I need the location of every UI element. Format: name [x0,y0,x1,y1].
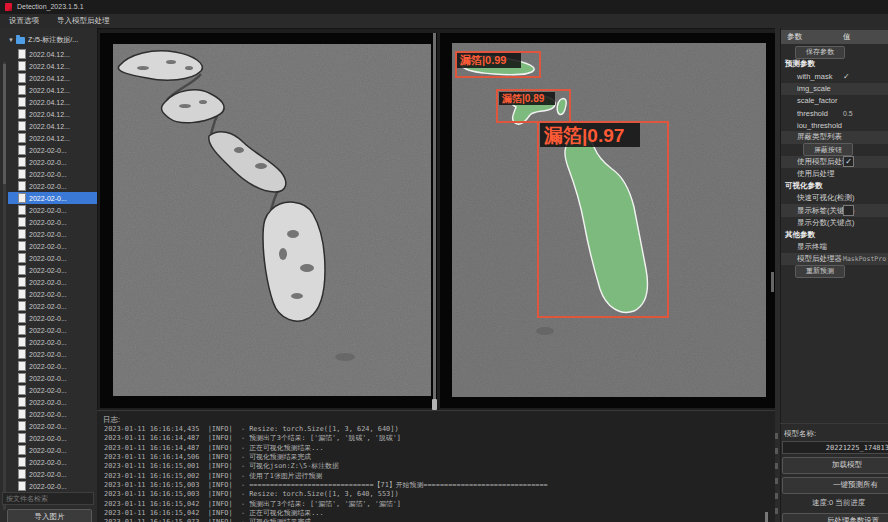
param-label[interactable]: 模型后处理器 [781,254,842,264]
param-label[interactable]: 可视化参数 [781,181,823,191]
file-icon [18,337,26,347]
tree-file-item[interactable]: 2022-02-0... [8,396,97,408]
viewer-scrollbar-thumb[interactable] [432,399,437,410]
tree-file-item[interactable]: 2022-02-0... [8,204,97,216]
menu-item[interactable]: 设置选项 [0,14,48,28]
tree-file-item[interactable]: 2022-02-0... [8,468,97,480]
params-scrollbar-thumb[interactable] [771,272,774,292]
tree-file-item[interactable]: 2022-02-0... [8,432,97,444]
tree-file-item[interactable]: 2022-02-0... [8,372,97,384]
param-label[interactable]: 预测参数 [781,59,815,69]
tree-file-item[interactable]: 2022-02-0... [8,360,97,372]
tree-file-item[interactable]: 2022.04.12... [8,60,97,72]
param-row[interactable]: 使用模型后处理 [781,156,888,168]
tree-file-item[interactable]: 2022-02-0... [8,252,97,264]
param-row[interactable]: 可视化参数 [781,180,888,192]
tree-file-item[interactable]: 2022-02-0... [8,408,97,420]
tree-file-item[interactable]: 2022-02-0... [8,300,97,312]
tree-file-item[interactable]: 2022-02-0... [8,312,97,324]
param-label[interactable]: img_scale [781,84,831,93]
param-value[interactable]: MaskPostPro [843,255,886,263]
tree-item-label: 2022-02-0... [29,159,67,166]
param-label[interactable]: 使用模型后处理 [781,157,850,167]
tree-file-item[interactable]: 2022-02-0... [8,216,97,228]
param-label[interactable]: 显示终端 [781,242,827,252]
param-label[interactable]: 保存参数 [795,46,845,59]
param-label[interactable]: 重新预测 [795,265,845,278]
param-row[interactable]: with_mask ✓ [781,70,888,82]
param-row[interactable]: 模型后处理器 MaskPostPro [781,253,888,265]
log-line: 2023-01-11 16:16:15,001 |INFO| - 可视化json… [104,462,548,471]
param-value[interactable] [843,156,854,167]
param-row[interactable]: 其他参数 [781,229,888,241]
param-row[interactable]: 显示分数(关键点) [781,217,888,229]
log-line: 2023-01-11 16:16:15,073 |INFO| - 可视化预测结果… [104,518,548,522]
viewer-splitter[interactable] [433,33,436,408]
param-row[interactable]: 保存参数 [781,46,888,58]
tree-file-item[interactable]: 2022-02-0... [8,192,97,204]
param-label[interactable]: 屏蔽类型列表 [781,132,842,142]
tree-file-item[interactable]: 2022-02-0... [8,384,97,396]
tree-root-item[interactable]: ▼ Z:/5-标注数据/... [8,34,78,46]
tree-file-item[interactable]: 2022-02-0... [8,336,97,348]
load-model-button[interactable]: 加载模型 [782,457,888,474]
tree-file-item[interactable]: 2022-02-0... [8,348,97,360]
tree-file-item[interactable]: 2022-02-0... [8,168,97,180]
param-row[interactable]: threshold 0.5 [781,107,888,119]
param-row[interactable]: img_scale [781,83,888,95]
tree-file-item[interactable]: 2022-02-0... [8,480,97,492]
model-name-field[interactable]: 20221225_174813 [782,441,888,454]
tree-file-item[interactable]: 2022-02-0... [8,276,97,288]
param-row[interactable]: 屏蔽类型列表 [781,131,888,143]
tree-file-item[interactable]: 2022-02-0... [8,144,97,156]
tree-file-item[interactable]: 2022.04.12... [8,48,97,60]
log-scrollbar-thumb[interactable] [765,512,768,522]
param-label[interactable]: 快速可视化(检测) [781,193,855,203]
tree-file-item[interactable]: 2022-02-0... [8,444,97,456]
tree-file-item[interactable]: 2022.04.12... [8,72,97,84]
tree-file-item[interactable]: 2022-02-0... [8,288,97,300]
param-label[interactable]: iou_threshold [781,121,842,130]
param-label[interactable]: with_mask [781,72,832,81]
param-value[interactable] [843,205,854,216]
param-value[interactable]: ✓ [843,72,850,81]
tree-file-item[interactable]: 2022.04.12... [8,120,97,132]
predict-all-button[interactable]: 一键预测所有 [782,477,888,494]
tree-file-item[interactable]: 2022-02-0... [8,324,97,336]
caret-down-icon[interactable]: ▼ [8,37,14,43]
import-images-button[interactable]: 导入图片 [7,509,92,522]
param-row[interactable]: 显示标签(关键点) [781,204,888,216]
tree-file-item[interactable]: 2022-02-0... [8,228,97,240]
param-label[interactable]: 显示分数(关键点) [781,218,855,228]
tree-file-item[interactable]: 2022-02-0... [8,240,97,252]
param-label[interactable]: threshold [781,109,828,118]
tree-file-item[interactable]: 2022-02-0... [8,456,97,468]
divider [780,423,888,424]
menu-item[interactable]: 导入模型后处理 [48,14,119,28]
tree-item-label: 2022.04.12... [29,51,70,58]
param-row[interactable]: iou_threshold [781,119,888,131]
file-icon [18,277,26,287]
postprocess-settings-button[interactable]: 后处理参数设置 [782,513,888,522]
search-input[interactable] [2,492,94,505]
param-label[interactable]: scale_factor [781,96,837,105]
param-row[interactable]: 使用后处理 [781,168,888,180]
tree-file-item[interactable]: 2022.04.12... [8,96,97,108]
tree-file-item[interactable]: 2022.04.12... [8,84,97,96]
param-row[interactable]: 快速可视化(检测) [781,192,888,204]
param-label[interactable]: 其他参数 [781,230,815,240]
tree-file-item[interactable]: 2022-02-0... [8,264,97,276]
tree-file-item[interactable]: 2022-02-0... [8,156,97,168]
tree-file-item[interactable]: 2022.04.12... [8,108,97,120]
param-value[interactable]: 0.5 [843,110,853,117]
param-label[interactable]: 使用后处理 [781,169,835,179]
param-row[interactable]: scale_factor [781,95,888,107]
param-row[interactable]: 重新预测 [781,265,888,277]
param-row[interactable]: 显示终端 [781,241,888,253]
tree-file-item[interactable]: 2022.04.12... [8,132,97,144]
param-row[interactable]: 屏蔽按钮 [781,144,888,156]
tree-file-item[interactable]: 2022-02-0... [8,180,97,192]
tree-file-item[interactable]: 2022-02-0... [8,420,97,432]
param-row[interactable]: 预测参数 [781,58,888,70]
param-label[interactable]: 屏蔽按钮 [803,143,853,156]
